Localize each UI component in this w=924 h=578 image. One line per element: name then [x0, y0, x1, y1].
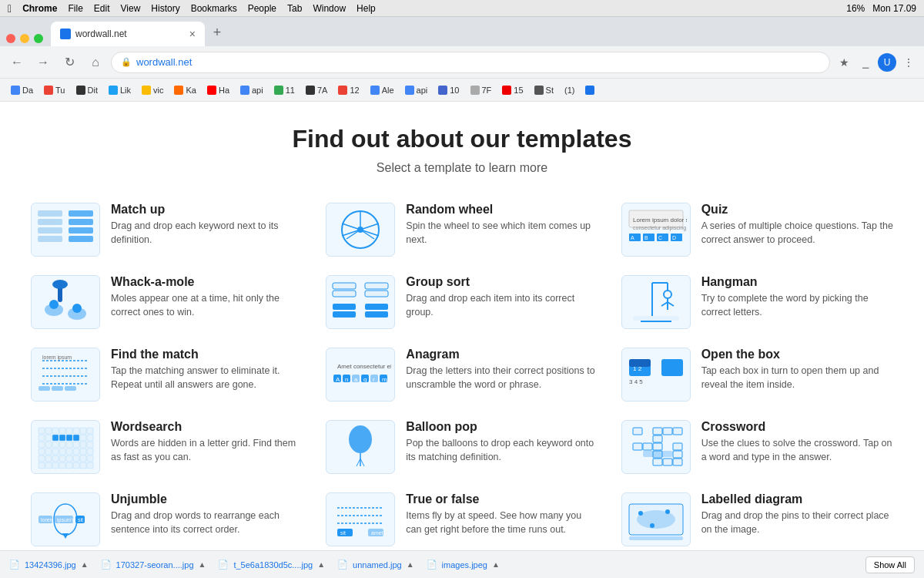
download-chevron-icon[interactable]: ▲: [199, 560, 206, 569]
extension-icon[interactable]: ⎯: [856, 53, 875, 72]
history-menu[interactable]: History: [151, 3, 179, 14]
template-item[interactable]: lorem ipsum'd sit Unjumble Drag and drop…: [31, 492, 303, 546]
bookmark-star-icon[interactable]: ★: [835, 53, 853, 72]
svg-rect-129: [653, 443, 662, 450]
download-chevron-icon[interactable]: ▲: [492, 560, 500, 569]
bookmark-tu[interactable]: Tu: [39, 86, 69, 95]
chrome-menu-icon[interactable]: ⋮: [899, 53, 918, 72]
bookmark-lik[interactable]: Lik: [104, 86, 136, 95]
view-menu[interactable]: View: [121, 3, 141, 14]
active-tab[interactable]: wordwall.net ×: [51, 22, 205, 46]
template-item[interactable]: Lorem ipsum dolor sit amet, consectetur …: [621, 203, 893, 257]
bookmark-ha[interactable]: Ha: [203, 86, 234, 95]
template-item[interactable]: sit amet True or false Items fly by at s…: [326, 492, 598, 546]
download-chevron-icon[interactable]: ▲: [407, 560, 414, 569]
address-bar: ← → ↻ ⌂ 🔒 wordwall.net ★ ⎯ U ⋮: [0, 46, 924, 79]
download-item[interactable]: 📄 170327-seoran....jpg ▲: [101, 560, 206, 570]
template-desc: Drag the letters into their correct posi…: [406, 365, 598, 391]
bookmark-api2[interactable]: api: [400, 86, 433, 95]
svg-rect-100: [80, 449, 86, 455]
bookmark-10[interactable]: 10: [434, 86, 464, 95]
close-window-btn[interactable]: [6, 34, 15, 43]
bookmark-dit[interactable]: Dit: [72, 86, 102, 95]
template-item[interactable]: Wordsearch Words are hidden in a letter …: [31, 420, 303, 474]
download-item[interactable]: 📄 13424396.jpg ▲: [9, 560, 89, 570]
download-item[interactable]: 📄 unnamed.jpg ▲: [337, 560, 414, 570]
bookmark-api[interactable]: api: [236, 86, 268, 95]
template-item[interactable]: Crossword Use the clues to solve the cro…: [621, 420, 893, 474]
template-name: Find the match: [111, 348, 303, 361]
svg-rect-82: [66, 435, 72, 441]
template-item[interactable]: Balloon pop Pop the balloons to drop eac…: [326, 420, 598, 474]
download-item[interactable]: 📄 images.jpeg ▲: [427, 560, 500, 570]
template-item[interactable]: Labelled diagram Drag and drop the pins …: [621, 492, 893, 546]
template-item[interactable]: lorem ipsum Find the match Tap the match…: [31, 348, 303, 402]
svg-text:sit: sit: [78, 517, 83, 523]
refresh-btn[interactable]: ↻: [59, 52, 80, 73]
profile-icon[interactable]: U: [878, 53, 896, 72]
people-menu[interactable]: People: [248, 3, 276, 14]
bookmark-da[interactable]: Da: [6, 86, 38, 95]
bookmark-vic[interactable]: vic: [137, 86, 168, 95]
svg-rect-89: [59, 442, 65, 448]
template-thumb: [31, 420, 100, 474]
svg-text:Lorem ipsum dolor sit amet,: Lorem ipsum dolor sit amet,: [633, 217, 687, 223]
svg-rect-88: [52, 442, 59, 448]
back-btn[interactable]: ←: [6, 52, 28, 73]
tab-close-btn[interactable]: ×: [189, 28, 196, 40]
template-item[interactable]: 1 2 3 4 5 Open the box Tap each box in t…: [621, 348, 893, 402]
template-info: Labelled diagram Drag and drop the pins …: [701, 492, 893, 536]
template-desc: Spin the wheel to see which item comes u…: [406, 220, 598, 247]
window-controls: [6, 34, 43, 43]
chrome-menu[interactable]: Chrome: [22, 3, 57, 14]
template-item[interactable]: Random wheel Spin the wheel to see which…: [326, 203, 598, 257]
bookmark-12[interactable]: 12: [333, 86, 363, 95]
help-menu[interactable]: Help: [357, 3, 376, 14]
svg-rect-135: [673, 459, 682, 465]
template-item[interactable]: Hangman Try to complete the word by pick…: [621, 275, 893, 329]
edit-menu[interactable]: Edit: [94, 3, 110, 14]
download-item[interactable]: 📄 t_5e6a1830d5c....jpg ▲: [218, 560, 325, 570]
maximize-window-btn[interactable]: [34, 34, 43, 43]
template-item[interactable]: Whack-a-mole Moles appear one at a time,…: [31, 275, 303, 329]
bookmark-11[interactable]: 11: [270, 86, 300, 95]
template-thumb: [31, 203, 100, 257]
bookmark-15[interactable]: 15: [497, 86, 527, 95]
bookmark-7f[interactable]: 7F: [466, 86, 497, 95]
template-item[interactable]: Group sort Drag and drop each item into …: [326, 275, 598, 329]
svg-text:Amet consectetur elit: Amet consectetur elit: [337, 363, 391, 370]
show-all-btn[interactable]: Show All: [865, 556, 915, 573]
svg-rect-108: [80, 455, 86, 462]
url-input[interactable]: 🔒 wordwall.net: [111, 52, 830, 73]
template-item[interactable]: Amet consectetur elit A n a g r m Anagra…: [326, 348, 598, 402]
download-chevron-icon[interactable]: ▲: [81, 560, 89, 569]
template-info: Random wheel Spin the wheel to see which…: [406, 203, 598, 247]
bookmark-1[interactable]: (1): [560, 86, 579, 95]
forward-btn[interactable]: →: [32, 52, 54, 73]
bookmarks-menu[interactable]: Bookmarks: [191, 3, 237, 14]
bookmark-7a[interactable]: 7A: [301, 86, 332, 95]
template-info: Quiz A series of multiple choice questio…: [701, 203, 893, 247]
template-item[interactable]: Match up Drag and drop each keyword next…: [31, 203, 303, 257]
download-chevron-icon[interactable]: ▲: [317, 560, 325, 569]
bookmark-ka[interactable]: Ka: [169, 86, 200, 95]
home-btn[interactable]: ⌂: [85, 52, 106, 73]
bookmark-ww[interactable]: [581, 86, 599, 95]
new-tab-btn[interactable]: +: [206, 22, 228, 43]
svg-rect-101: [87, 449, 93, 455]
apple-menu[interactable]: : [8, 2, 12, 15]
tab-menu[interactable]: Tab: [287, 3, 302, 14]
file-menu[interactable]: File: [68, 3, 82, 14]
svg-rect-116: [80, 462, 86, 469]
svg-point-26: [72, 304, 82, 313]
bookmark-ale[interactable]: Ale: [366, 86, 399, 95]
bookmark-st[interactable]: St: [530, 86, 558, 95]
svg-rect-125: [673, 428, 682, 435]
template-name: Quiz: [701, 203, 893, 217]
svg-rect-2: [38, 227, 62, 234]
window-menu[interactable]: Window: [313, 3, 346, 14]
template-desc: Words are hidden in a letter grid. Find …: [111, 437, 303, 464]
download-filename: t_5e6a1830d5c....jpg: [233, 560, 313, 570]
svg-marker-143: [62, 533, 69, 539]
minimize-window-btn[interactable]: [20, 34, 29, 43]
